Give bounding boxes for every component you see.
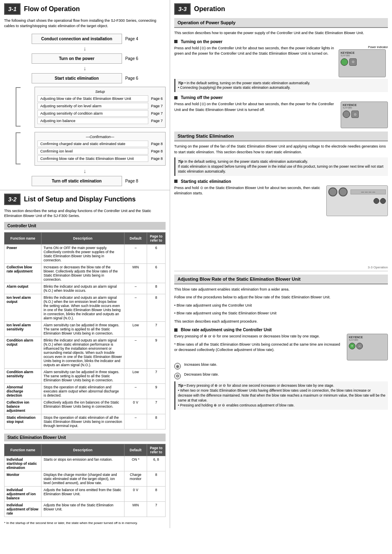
keyence-brand: KEYENCE <box>341 51 384 54</box>
keyence-adjust-img: KEYENCE SJ-F300 + − <box>347 334 388 360</box>
power-supply-title: Operation of Power Supply <box>174 18 388 28</box>
blower-buttons <box>328 198 386 204</box>
flow-step-4-page: Page 8 <box>125 179 138 183</box>
table-cell-page: 7 <box>147 501 166 517</box>
table-cell-fname: Condition alarm output <box>5 337 42 368</box>
table-cell-desc: Stops the operation of static eliminatio… <box>42 383 125 399</box>
col-header-fname: Function name <box>5 232 42 244</box>
table-cell-fname: Individual adjustment of ion balance <box>5 486 42 501</box>
blower-display-text: — — — — <box>361 190 375 193</box>
table-cell-default: MIN <box>125 263 147 283</box>
static-col-default: Default <box>125 444 147 456</box>
power-button-mock: ⊙ <box>349 58 357 66</box>
power-led-off <box>343 111 350 118</box>
confirm-block: —Confirmation— Confirming charged state … <box>35 132 166 166</box>
table-cell-default: – <box>125 414 147 429</box>
flow-step-2-page: Page 6 <box>125 56 138 61</box>
table-cell-default: ON * <box>125 456 147 471</box>
turn-off-label: Turning off the power <box>181 95 223 100</box>
table-cell-page: 9 <box>147 337 166 368</box>
table-cell-fname: Power <box>5 244 42 263</box>
table-row: Abnormal discharge detection Stops the o… <box>5 383 166 399</box>
col-header-desc: Description <box>42 232 125 244</box>
table-cell-default: – <box>125 294 147 321</box>
table-cell-fname: Individual adjustment of blow rate <box>5 501 42 517</box>
table-cell-page: 8 <box>147 486 166 501</box>
confirm-item-2-text: Confirming ion level <box>37 148 148 155</box>
power-indicator-label: Power indicator <box>339 46 388 48</box>
tip-text-4: If static elimination is stopped before … <box>178 164 383 173</box>
table-cell-default: 0 V <box>125 399 147 414</box>
table-cell-default: 0 V <box>125 486 147 501</box>
decrease-row: ⊖ Decreases blow rate. <box>174 372 388 380</box>
table-cell-fname: Static elimination stop input <box>5 414 42 429</box>
table-cell-page: 6, 8 <box>147 456 166 471</box>
turn-on-label: Turning on the power <box>181 39 222 44</box>
blower-display: — — — — <box>350 189 386 194</box>
table-row: Power Turns ON or OFF the main power sup… <box>5 244 166 263</box>
confirm-label: —Confirmation— <box>37 135 163 139</box>
table-cell-default: Low <box>125 321 147 337</box>
table-row: Alarm output Blinks the indicator and ou… <box>5 283 166 294</box>
turn-off-subsection: Turning off the power <box>174 95 388 100</box>
table-cell-default: MIN <box>125 501 147 517</box>
table-cell-default: – <box>125 383 147 399</box>
static-elim-title: Starting Static Elimination <box>174 132 388 141</box>
section-31-number: 3-1 <box>4 3 21 15</box>
section-32-header: 3-2 List of Setup and Display Functions <box>4 194 166 205</box>
power-supply-desc: This section describes how to operate th… <box>174 30 388 36</box>
table-cell-page: 8 <box>147 294 166 321</box>
controller-unit-label: Controller Unit <box>4 222 166 230</box>
table-cell-fname: Individual start/stop of static eliminat… <box>5 456 42 471</box>
tip-box-3: Tip • Every pressing of ⊕ or ⊖ for about… <box>174 381 388 409</box>
confirm-item-3-text: Confirming blow rate of the Static Elimi… <box>37 155 148 162</box>
adjusting-desc1: This blow rate adjustment enables static… <box>174 287 388 293</box>
table-row: Ion level alarm output Blinks the indica… <box>5 294 166 321</box>
flow-diagram: Conduct connection and installation Page… <box>4 32 166 187</box>
table-cell-fname: Collective ion balance adjustment <box>5 399 42 414</box>
table-cell-desc: Adjusts the blow rate of the Static Elim… <box>42 501 125 517</box>
keyence-model-off: SJ-F300 <box>343 106 386 109</box>
table-cell-fname: Alarm output <box>5 283 42 294</box>
setup-item-4: Adjusting ion balance Page 7 <box>37 118 163 124</box>
table-cell-desc: Blinks the indicator and outputs an alar… <box>42 283 125 294</box>
table-cell-desc: Collectively adjusts the ion balances of… <box>42 399 125 414</box>
confirm-item-3: Confirming blow rate of the Static Elimi… <box>37 155 163 162</box>
table-cell-page: 8 <box>147 471 166 486</box>
table-cell-page: 6 <box>147 263 166 283</box>
confirm-item-1: Confirming charged state and static elim… <box>37 141 163 147</box>
blower-circle-2 <box>339 187 348 196</box>
tip-text-5: • Every pressing of ⊕ or ⊖ for about one… <box>184 383 334 388</box>
adjusting-section: Adjusting Blow Rate of the Static Elimin… <box>174 275 388 410</box>
setup-item-4-page: Page 7 <box>151 119 163 123</box>
start-static-content: — — — — Press and hold ⊙ on the Static E… <box>174 185 388 216</box>
blow-rate-subsection: Blow rate adjustment using the Controlle… <box>174 328 388 332</box>
blower-btn-1 <box>374 198 379 204</box>
table-cell-desc: Increases or decreases the blow rate of … <box>42 263 125 283</box>
blow-rate-label: Blow rate adjustment using the Controlle… <box>181 328 272 332</box>
decrease-label: Decreases blow rate. <box>184 372 219 378</box>
power-button-off: ⊙ <box>351 111 359 118</box>
setup-label: Setup <box>37 90 163 94</box>
confirm-item-2-page: Page 8 <box>151 149 163 153</box>
setup-block: Setup Adjusting blow rate of the Static … <box>35 87 166 128</box>
keyence-device-on: KEYENCE SJ-F300 ⊙ <box>339 49 386 77</box>
table-row: Collective blow rate adjustment Increase… <box>5 263 166 283</box>
power-led-green <box>341 58 348 66</box>
confirm-item-1-page: Page 8 <box>151 142 163 146</box>
section-31-title: Flow of Operation <box>24 5 80 13</box>
table-footnote: * In the startup of the second time or l… <box>4 521 166 525</box>
table-cell-page: 6 <box>147 244 166 263</box>
setup-item-2-page: Page 7 <box>151 104 163 108</box>
tip-text-3: In the default setting, turning on the p… <box>184 159 308 164</box>
table-cell-fname: Ion level alarm sensitivity <box>5 321 42 337</box>
static-elim-desc: Turning on the power of the fan of the S… <box>174 144 388 155</box>
table-cell-desc: Alarm sensitivity can be adjusted in thr… <box>42 321 125 337</box>
table-cell-page: 7 <box>147 368 166 383</box>
tip-label-3: Tip <box>178 383 183 388</box>
table-cell-page: 8 <box>147 283 166 294</box>
table-cell-desc: Starts or stops ion emission and fan rot… <box>42 456 125 471</box>
table-cell-fname: Abnormal discharge detection <box>5 383 42 399</box>
flow-arrow-2: ↓ <box>83 65 86 72</box>
power-supply-section: Operation of Power Supply This section d… <box>174 18 388 128</box>
